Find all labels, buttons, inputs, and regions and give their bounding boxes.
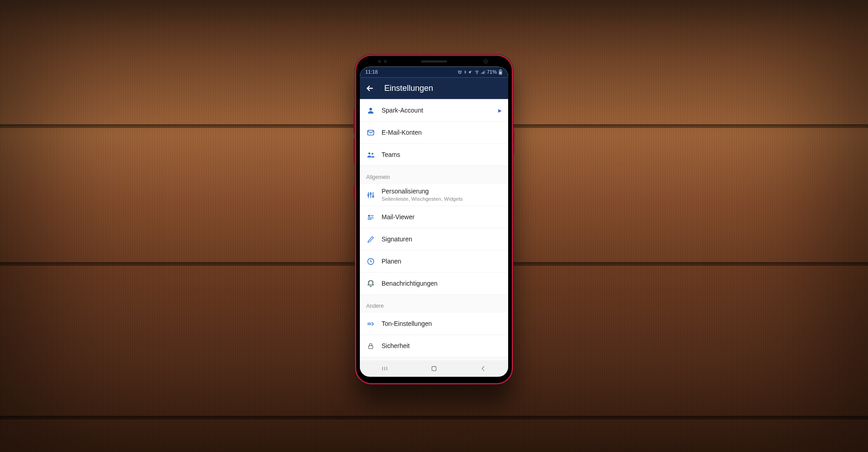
phone-mockup: 11:18 [355, 54, 513, 384]
svg-point-12 [372, 153, 373, 155]
nav-home-button[interactable] [429, 363, 439, 373]
svg-point-16 [368, 215, 370, 217]
pencil-icon [366, 235, 375, 244]
sliders-icon [366, 190, 375, 199]
row-sublabel: Seitenleiste, Wischgesten, Widgets [382, 196, 502, 202]
section-header-readdle: Readdle [360, 357, 508, 360]
signal-icon [481, 70, 486, 74]
arrow-left-icon [365, 84, 374, 93]
row-schedule[interactable]: Planen [360, 250, 508, 273]
phone-speaker [421, 60, 447, 62]
clock-icon [366, 257, 375, 266]
svg-rect-8 [500, 71, 501, 74]
nav-recent-button[interactable] [380, 363, 390, 373]
svg-point-14 [370, 193, 372, 194]
svg-point-11 [368, 152, 371, 155]
svg-rect-18 [368, 346, 373, 349]
bell-icon [366, 279, 375, 288]
sound-icon [366, 319, 375, 328]
svg-point-9 [369, 108, 372, 110]
section-header-general: Allgemein [360, 166, 508, 184]
chevron-right-icon: ▶ [498, 108, 502, 113]
team-icon [366, 150, 375, 159]
row-signatures[interactable]: Signaturen [360, 228, 508, 250]
mute-icon [468, 70, 473, 74]
svg-rect-4 [483, 71, 484, 74]
app-bar: Einstellungen [360, 77, 508, 99]
phone-sensor-bar [356, 56, 512, 66]
person-icon [366, 106, 375, 115]
row-notifications[interactable]: Benachrichtigungen [360, 273, 508, 295]
nav-back-button[interactable] [478, 363, 488, 373]
row-label: Mail-Viewer [382, 213, 502, 221]
row-personalization[interactable]: Personalisierung Seitenleiste, Wischgest… [360, 184, 508, 206]
battery-icon [498, 69, 503, 75]
android-status-bar: 11:18 [360, 66, 508, 77]
settings-content[interactable]: Spark-Account ▶ E-Mail-Konten Teams Allg… [360, 99, 508, 360]
lock-icon [366, 341, 375, 350]
back-button[interactable] [364, 83, 375, 94]
app-bar-title: Einstellungen [384, 84, 433, 93]
row-sound-settings[interactable]: Ton-Einstellungen [360, 313, 508, 335]
svg-rect-19 [432, 367, 436, 371]
phone-screen: 11:18 [360, 66, 508, 377]
mail-icon [366, 128, 375, 137]
viewer-icon [366, 212, 375, 221]
section-header-other: Andere [360, 295, 508, 313]
svg-rect-3 [482, 72, 483, 74]
phone-front-camera [483, 59, 488, 64]
svg-point-15 [373, 196, 374, 197]
row-label: Teams [382, 151, 502, 159]
svg-rect-5 [485, 70, 486, 74]
row-teams[interactable]: Teams [360, 144, 508, 166]
row-label: Signaturen [382, 235, 502, 243]
row-mail-viewer[interactable]: Mail-Viewer [360, 206, 508, 228]
status-battery-text: 71% [487, 69, 497, 75]
svg-rect-7 [500, 70, 501, 70]
phone-volume-up-button [354, 108, 355, 133]
row-label: Sicherheit [382, 342, 502, 350]
svg-point-13 [368, 194, 369, 196]
android-nav-bar [360, 360, 508, 377]
row-email-accounts[interactable]: E-Mail-Konten [360, 122, 508, 144]
row-label: Planen [382, 257, 502, 265]
row-spark-account[interactable]: Spark-Account ▶ [360, 99, 508, 122]
home-icon [430, 365, 438, 372]
phone-volume-down-button [354, 138, 355, 163]
row-label: Personalisierung [382, 188, 502, 196]
recent-icon [381, 365, 389, 372]
status-time: 11:18 [365, 69, 378, 75]
bluetooth-icon [463, 70, 467, 74]
wifi-icon [474, 70, 480, 74]
row-security[interactable]: Sicherheit [360, 335, 508, 357]
svg-rect-2 [481, 73, 482, 74]
phone-bixby-button [354, 185, 355, 199]
back-icon [480, 365, 486, 372]
row-label: E-Mail-Konten [382, 128, 502, 137]
phone-power-button [513, 129, 514, 154]
row-label: Spark-Account [382, 106, 492, 114]
alarm-icon [458, 70, 462, 74]
svg-point-1 [477, 73, 477, 74]
row-label: Ton-Einstellungen [382, 320, 502, 328]
row-label: Benachrichtigungen [382, 279, 502, 287]
